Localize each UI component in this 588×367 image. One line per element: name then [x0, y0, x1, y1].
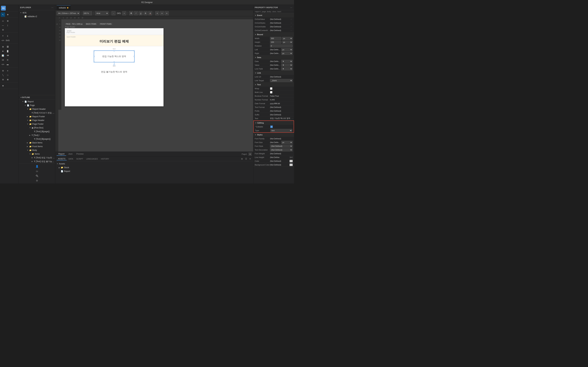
assets-close-btn[interactable]: ✕ — [248, 157, 252, 161]
svg-tool[interactable]: SVG — [5, 38, 10, 43]
explorer-file-item[interactable]: 📝 editable.r2 — [19, 15, 55, 18]
assets-section-label[interactable]: ▼ Assets — [56, 162, 252, 166]
handle-ml[interactable] — [94, 56, 95, 57]
outline-rowbox[interactable]: ▼ ▣ [Row Box] — [19, 126, 55, 130]
width-unit-select[interactable]: px — [282, 37, 293, 40]
assets-tab-script[interactable]: SCRIPT — [75, 158, 84, 160]
outline-header[interactable]: ▼ OUTLINE — [19, 95, 55, 100]
editable-textbox[interactable]: 편집 가능한 텍스트 영역 — [94, 50, 135, 62]
tab-editable[interactable]: editable — [57, 5, 71, 10]
outline-page-footer[interactable]: ▼ 📁 Page Footer — [19, 122, 55, 126]
outline-back-items[interactable]: ▶ 📁 Back Items — [19, 141, 55, 145]
user-icon-btn[interactable]: 👤 — [35, 164, 39, 168]
table-tool[interactable]: ⊞ — [5, 19, 10, 23]
linktarget-select[interactable]: _blank — [270, 79, 293, 82]
italic-btn[interactable]: I — [134, 11, 138, 15]
assets-tab-languages[interactable]: LANGUAGES — [85, 158, 99, 160]
align-right-btn[interactable]: ≡ — [165, 11, 169, 15]
strikethrough-btn[interactable]: S — [143, 11, 147, 15]
handle-tr[interactable] — [134, 50, 135, 51]
height-unit-select[interactable]: px — [282, 41, 293, 44]
code-tool[interactable]: </> — [1, 38, 5, 43]
editable-checkbox[interactable]: ✓ — [270, 125, 273, 128]
ongetcontextvalue-more-btn[interactable]: ··· — [290, 29, 293, 32]
handle-mr[interactable] — [134, 56, 135, 57]
linkfield-select[interactable]: ▼ — [281, 67, 293, 70]
section-text-header[interactable]: ▼ Text — [253, 83, 294, 87]
outline-page-header[interactable]: ▼ 📁 Page Header — [19, 118, 55, 122]
image-tool[interactable]: 🖼 — [5, 44, 10, 49]
band2-tool[interactable]: ⊠ — [5, 77, 10, 82]
zoom-input[interactable] — [83, 11, 92, 15]
assets-list-view-btn[interactable]: ☰ — [244, 157, 248, 161]
chart-tool[interactable]: 📊 — [1, 53, 5, 58]
report-header-section[interactable]: report header 미리보기 편집 예제 — [65, 35, 164, 46]
list-tool[interactable]: ≡ — [5, 68, 10, 73]
align-center-btn[interactable]: ≡ — [160, 11, 164, 15]
value-select[interactable]: ▼ — [281, 64, 293, 67]
color-edit-btn[interactable] — [290, 160, 293, 162]
collapse-panel-btn[interactable]: ◁ — [55, 16, 58, 151]
barcode-tool[interactable]: ▐▌ — [5, 49, 10, 53]
handle-tm[interactable] — [114, 50, 115, 51]
map-tool[interactable]: 🗺 — [5, 53, 10, 58]
cross-table-tool[interactable]: ⊟ — [1, 27, 5, 32]
height-input[interactable] — [270, 41, 281, 44]
font-size-plus-btn[interactable]: + — [122, 11, 126, 15]
outline-text-noneditable[interactable]: ▶ T [Text] 편집 불가능한 텍... — [19, 159, 55, 163]
bottom-tab-preview[interactable]: Preview — [75, 152, 85, 156]
align-left-btn[interactable]: ≡ — [155, 11, 159, 15]
ongetvisible-more-btn[interactable]: ··· — [290, 25, 293, 28]
move-tool[interactable]: ✥ — [5, 12, 10, 17]
width-input[interactable] — [270, 37, 281, 40]
outline-report-footer[interactable]: ▶ 📁 Report Footer — [19, 115, 55, 118]
section-editing-header[interactable]: ▼ Editing — [254, 121, 294, 125]
right-unit-select[interactable]: px — [281, 52, 293, 55]
outline-items[interactable]: ▼ 📁 Items — [19, 152, 55, 156]
canvas-page[interactable]: [page] page header report header — [65, 28, 164, 106]
underline-btn[interactable]: U — [139, 11, 143, 15]
fontstyle-select[interactable]: (Not Defined) — [270, 145, 293, 148]
text-value-more-btn[interactable]: ··· — [291, 117, 294, 120]
select-tool[interactable]: ↖ — [1, 12, 5, 17]
rotation-handle[interactable] — [113, 64, 115, 66]
section-styles-header[interactable]: ▼ Styles — [253, 133, 294, 137]
star-tool[interactable]: ★ — [1, 49, 5, 53]
grid-tool[interactable]: ⊞ — [1, 44, 5, 49]
left-unit-select[interactable]: px — [281, 48, 293, 51]
outline-report[interactable]: ▼ 📄 Report — [19, 100, 55, 103]
assets-tab-history[interactable]: HISTORY — [100, 158, 111, 160]
ongetstyles-more-btn[interactable]: ··· — [290, 22, 293, 24]
explorer-section-label[interactable]: ▼ 예제 — [19, 11, 55, 15]
font-family-select[interactable]: Arial — [95, 11, 109, 15]
ongetvalue-more-btn[interactable]: ··· — [290, 18, 293, 21]
rotation-input[interactable] — [270, 44, 293, 47]
vline-tool[interactable]: | — [5, 23, 10, 27]
assets-stock-item[interactable]: ▶ 📁 Stock — [56, 166, 252, 169]
outline-text-page[interactable]: T [Text] [${page}] — [19, 130, 55, 133]
handle-br[interactable] — [134, 61, 135, 63]
bold-btn[interactable]: B — [129, 11, 133, 15]
section-link-header[interactable]: ▼ Link — [253, 71, 294, 75]
sum-tool[interactable]: Σ — [5, 34, 10, 38]
settings-icon-btn[interactable]: ⚙ — [35, 178, 39, 183]
pi-more-btn[interactable]: ··· — [290, 6, 293, 9]
plugin-icon-btn[interactable]: 🔌 — [35, 174, 39, 178]
outline-page[interactable]: ▼ 📄 Page — [19, 103, 55, 107]
outline-front-items[interactable]: ▶ 📁 Front Items — [19, 145, 55, 148]
text-tool[interactable]: T — [1, 34, 5, 38]
hi-tool[interactable]: HI — [1, 58, 5, 62]
back-items-btn[interactable]: BACK ITEMS — [85, 23, 98, 25]
add-page-btn[interactable]: + — [248, 152, 252, 156]
rect-tool[interactable]: ▭ — [1, 19, 5, 23]
multiline-checkbox[interactable] — [270, 91, 272, 93]
hline-tool[interactable]: — — [1, 23, 5, 27]
section-bound-header[interactable]: ▼ Bound — [253, 33, 294, 36]
type-select[interactable]: text — [270, 129, 292, 132]
fontsize-unit-select[interactable]: px — [281, 141, 293, 144]
wrap-checkbox[interactable] — [270, 87, 272, 90]
rect2-tool[interactable]: ▬ — [5, 62, 10, 67]
rect3-tool[interactable]: □ — [5, 73, 10, 77]
assets-tab-data[interactable]: DATA — [67, 158, 75, 160]
bgcolor-edit-btn[interactable] — [290, 164, 293, 166]
